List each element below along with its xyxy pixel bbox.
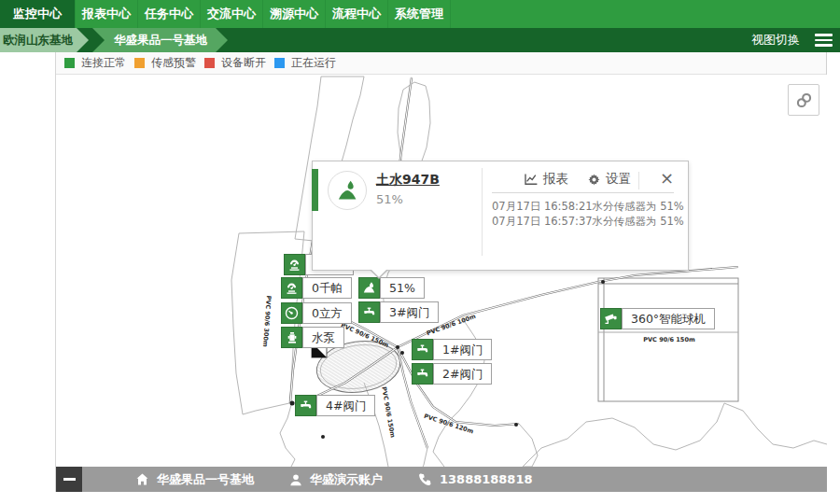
legend-swatch [204,58,215,68]
footer-site: 华盛果品一号基地 [135,471,254,488]
sensor-popup: 土水947B 51% 报表设置 × 07月17日 16:58:21水分传感器为 … [312,161,689,271]
main-panel: 连接正常传感预警设备断开正在运行 [55,52,827,492]
nav-tab-7[interactable]: 系统管理 [388,0,451,28]
map-marker-4#阀门[interactable]: 4#阀门 [295,395,375,416]
collapse-footer-button[interactable] [56,467,82,492]
monitoring-page: 监控中心报表中心任务中心交流中心溯源中心流程中心系统管理 欧润山东基地 华盛果品… [0,0,840,504]
status-legend: 连接正常传感预警设备断开正在运行 [56,52,826,75]
popup-action-2[interactable]: 设置 [587,171,631,188]
close-icon[interactable]: × [660,168,674,188]
sensor-log-entry: 07月17日 16:58:21水分传感器为 51% [492,199,686,214]
marker-label: 4#阀门 [316,395,375,416]
marker-label: 1#阀门 [433,339,492,360]
camera-icon [600,308,622,329]
collapsed-sidebar [0,52,55,492]
map-marker-360°智能球机[interactable]: 360°智能球机 [600,308,715,329]
legend-swatch [274,58,285,68]
map-marker-0立方[interactable]: 0立方 [281,302,352,324]
sensor-avatar [328,171,367,210]
legend-swatch [64,58,75,68]
sensor-name-link[interactable]: 土水947B [376,172,440,189]
map-marker-3#阀门[interactable]: 3#阀门 [358,301,439,323]
soil-moisture-icon [358,277,380,299]
chain-link-icon [794,91,814,110]
popup-accent-stripe [312,169,318,211]
marker-label: 2#阀门 [433,363,492,385]
marker-label: 水泵 [302,327,344,348]
legend-item-4: 正在运行 [274,55,336,71]
breadcrumb: 欧润山东基地 华盛果品一号基地 视图切换 [0,28,840,52]
nav-tab-3[interactable]: 任务中心 [138,0,201,28]
footer-phone: 13888188818 [418,472,533,486]
marker-label: 3#阀门 [380,301,439,323]
pipe-label: PVC 90/6 300m [261,295,273,347]
popup-action-1[interactable]: 报表 [524,171,568,188]
legend-swatch [134,58,145,68]
valve-icon [358,301,380,323]
map-line-art: PVC 90/6 300mPVC 90/6 150mPVC 90/6 100mP… [56,75,827,492]
view-switch-button[interactable]: 视图切换 [751,32,800,49]
legend-item-3: 设备断开 [204,55,266,71]
legend-label: 连接正常 [81,55,126,71]
legend-label: 设备断开 [221,55,266,71]
pipe-label: PVC 90/6 150m [380,386,397,439]
pressure-sensor-icon [284,254,305,275]
home-icon [135,472,149,486]
top-nav: 监控中心报表中心任务中心交流中心溯源中心流程中心系统管理 [0,0,840,28]
legend-label: 正在运行 [291,55,336,71]
valve-icon [412,363,433,385]
nav-tab-1[interactable]: 监控中心 [0,0,76,28]
valve-icon [412,339,433,360]
marker-label: 0千帕 [302,277,352,299]
marker-label: 0立方 [302,302,352,324]
map-marker-2#阀门[interactable]: 2#阀门 [412,363,492,385]
popup-actions: 报表设置 [524,171,650,188]
user-icon [289,473,302,486]
sensor-value: 51% [376,192,403,206]
valve-icon [295,395,316,416]
menu-icon[interactable] [815,31,833,49]
flow-meter-icon [281,302,302,324]
marker-label: 360°智能球机 [622,308,715,329]
soil-moisture-icon [335,178,360,203]
map-marker-水泵[interactable]: 水泵 [281,327,344,348]
sensor-log-entry: 07月17日 16:57:37水分传感器为 51% [492,214,686,229]
nav-tab-4[interactable]: 交流中心 [201,0,263,28]
breadcrumb-base[interactable]: 欧润山东基地 [0,28,89,52]
water-pump-icon [281,327,302,348]
marker-label: 51% [380,277,425,299]
map-marker-0千帕[interactable]: 0千帕 [281,277,352,299]
link-button[interactable] [788,84,819,116]
map-marker-51%[interactable]: 51% [358,277,425,299]
nav-tab-5[interactable]: 溯源中心 [263,0,326,28]
farm-map[interactable]: PVC 90/6 300mPVC 90/6 150mPVC 90/6 100mP… [56,75,827,492]
legend-item-1: 连接正常 [64,55,126,71]
nav-tab-6[interactable]: 流程中心 [326,0,388,28]
map-marker-1#阀门[interactable]: 1#阀门 [412,339,492,360]
pipe-label: PVC 90/6 150m [643,336,695,343]
legend-item-2: 传感预警 [134,55,196,71]
footer-account: 华盛演示账户 [289,471,383,488]
nav-tab-2[interactable]: 报表中心 [76,0,138,28]
phone-icon [418,472,432,486]
pressure-sensor-icon [281,277,302,299]
breadcrumb-site[interactable]: 华盛果品一号基地 [92,28,228,52]
legend-label: 传感预警 [151,55,196,71]
footer-bar: 华盛果品一号基地 华盛演示账户 13888188818 [56,467,827,492]
sensor-log-list: 07月17日 16:58:21水分传感器为 51%07月17日 16:57:37… [492,199,686,229]
